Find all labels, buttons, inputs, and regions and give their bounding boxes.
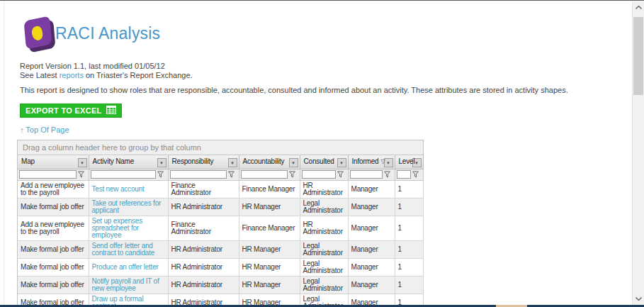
table-row: Make formal job offerTake out references…	[18, 198, 423, 216]
filter-funnel-icon[interactable]	[412, 170, 419, 179]
cell-accountability: HR Manager	[239, 258, 300, 276]
filter-funnel-icon[interactable]	[157, 170, 164, 179]
window-left-border	[4, 1, 4, 307]
cell-activity: Notify payroll and IT of new employee	[89, 276, 168, 294]
activity-link[interactable]: Produce an offer letter	[92, 263, 159, 271]
column-menu-button[interactable]: ▾	[384, 158, 393, 167]
cell-responsibility: Finance Administrator	[168, 180, 239, 198]
activity-link[interactable]: Take out references for applicant	[92, 199, 162, 214]
cell-activity: Set up expenses spreadsheet for employee	[89, 216, 168, 240]
cell-informed: Manager	[348, 180, 395, 198]
scroll-down-arrow[interactable]	[633, 293, 644, 305]
cell-level: 1	[395, 258, 423, 276]
column-menu-button[interactable]: ▾	[157, 158, 166, 167]
filter-cell-accountability	[239, 169, 300, 180]
column-header-accountability[interactable]: ▾Accountability	[239, 155, 300, 169]
column-header-level[interactable]: ▾Level	[395, 155, 423, 169]
export-button-label: EXPORT TO EXCEL	[26, 106, 102, 115]
filter-funnel-icon[interactable]	[337, 170, 344, 179]
cell-accountability: Finance Manager	[239, 180, 300, 198]
version-line: Report Version 1.1, last modified 01/05/…	[20, 62, 165, 70]
raci-grid: Drag a column header here to group by th…	[17, 140, 424, 307]
column-label: Level	[399, 157, 415, 165]
filter-cell-responsibility	[168, 169, 239, 180]
filter-input-accountability[interactable]	[241, 170, 288, 179]
filter-input-activity[interactable]	[91, 170, 156, 179]
scrollbar-thumb[interactable]	[633, 17, 643, 95]
activity-link[interactable]: Set up expenses spreadsheet for employee	[92, 217, 143, 239]
column-header-responsibility[interactable]: ▾Responsibility	[168, 155, 239, 169]
column-menu-button[interactable]: ▾	[228, 158, 237, 167]
cell-consulted: HR Administrator	[300, 180, 348, 198]
column-menu-button[interactable]: ▾	[78, 158, 87, 167]
filter-input-responsibility[interactable]	[170, 170, 227, 179]
table-row: Make formal job offerNotify payroll and …	[18, 276, 423, 294]
column-label: Informed	[352, 157, 379, 165]
reports-link[interactable]: reports	[60, 71, 84, 79]
cell-level: 1	[395, 198, 423, 216]
top-of-page-link[interactable]: ↑ Top Of Page	[20, 125, 69, 134]
cell-consulted: Legal Administrator	[300, 258, 348, 276]
cell-level: 1	[395, 240, 423, 258]
cell-accountability: Finance Manager	[239, 216, 300, 240]
cell-informed: Manager	[348, 216, 395, 240]
filter-input-map[interactable]	[19, 170, 77, 179]
column-menu-button[interactable]: ▾	[337, 158, 346, 167]
browser-viewport: RACI Analysis Report Version 1.1, last m…	[0, 0, 644, 307]
table-row: Add a new employee to the payrollSet up …	[18, 216, 423, 240]
scroll-up-arrow[interactable]	[633, 1, 644, 13]
cell-responsibility: HR Administrator	[168, 258, 239, 276]
column-label: Activity Name	[93, 157, 135, 165]
filter-cell-map	[18, 169, 89, 180]
column-menu-button[interactable]: ▾	[289, 158, 298, 167]
group-by-bar[interactable]: Drag a column header here to group by th…	[18, 140, 423, 155]
filter-funnel-icon[interactable]	[383, 170, 391, 179]
cell-informed: Manager	[348, 276, 395, 294]
cell-accountability: HR Manager	[239, 198, 300, 216]
filter-funnel-icon[interactable]	[77, 170, 85, 179]
cell-map: Add a new employee to the payroll	[18, 180, 89, 198]
cell-accountability: HR Manager	[239, 276, 300, 294]
column-header-informed[interactable]: ▾Informed▽	[348, 155, 395, 169]
cell-level: 1	[395, 216, 423, 240]
filter-input-consulted[interactable]	[302, 170, 336, 179]
grid-filter-row	[18, 169, 423, 180]
cell-map: Make formal job offer	[18, 240, 89, 258]
table-row: Add a new employee to the payrollTest ne…	[18, 180, 423, 198]
cell-accountability: HR Manager	[239, 240, 300, 258]
export-to-excel-button[interactable]: EXPORT TO EXCEL	[20, 104, 122, 118]
filter-cell-level	[395, 169, 423, 180]
table-row: Make formal job offerProduce an offer le…	[18, 258, 423, 276]
filter-funnel-icon[interactable]	[227, 170, 235, 179]
activity-link[interactable]: Test new account	[92, 185, 145, 193]
filter-input-informed[interactable]	[350, 170, 383, 179]
cell-responsibility: HR Administrator	[168, 198, 239, 216]
see-latest-suffix: on Triaster's Report Exchange.	[84, 71, 193, 79]
cell-consulted: Legal Administrator	[300, 276, 348, 294]
cell-consulted: HR Administrator	[300, 216, 348, 240]
cell-responsibility: HR Administrator	[168, 276, 239, 294]
cell-responsibility: Finance Administrator	[168, 216, 239, 240]
cell-responsibility: HR Administrator	[168, 240, 239, 258]
cell-informed: Manager	[348, 258, 395, 276]
vertical-scrollbar[interactable]	[632, 1, 644, 307]
cell-activity: Produce an offer letter	[89, 258, 168, 276]
filter-input-level[interactable]	[397, 170, 411, 179]
cell-informed: Manager	[348, 240, 395, 258]
sort-desc-icon: ▽	[380, 158, 385, 164]
activity-link[interactable]: Send offer letter and contract to candid…	[92, 242, 155, 257]
column-header-map[interactable]: ▾Map	[18, 155, 89, 169]
cell-informed: Manager	[348, 198, 395, 216]
filter-funnel-icon[interactable]	[288, 170, 296, 179]
cell-consulted: Legal Administrator	[300, 240, 348, 258]
excel-grid-icon	[106, 106, 116, 116]
report-meta: Report Version 1.1, last modified 01/05/…	[20, 62, 193, 80]
column-header-consulted[interactable]: ▾Consulted	[300, 155, 348, 169]
cell-activity: Send offer letter and contract to candid…	[89, 240, 168, 258]
see-latest-prefix: See Latest	[20, 71, 60, 79]
column-label: Responsibility	[172, 157, 214, 165]
column-header-activity[interactable]: ▾Activity Name	[89, 155, 168, 169]
filter-cell-consulted	[300, 169, 348, 180]
activity-link[interactable]: Notify payroll and IT of new employee	[92, 277, 159, 292]
table-row: Make formal job offerSend offer letter a…	[18, 240, 423, 258]
